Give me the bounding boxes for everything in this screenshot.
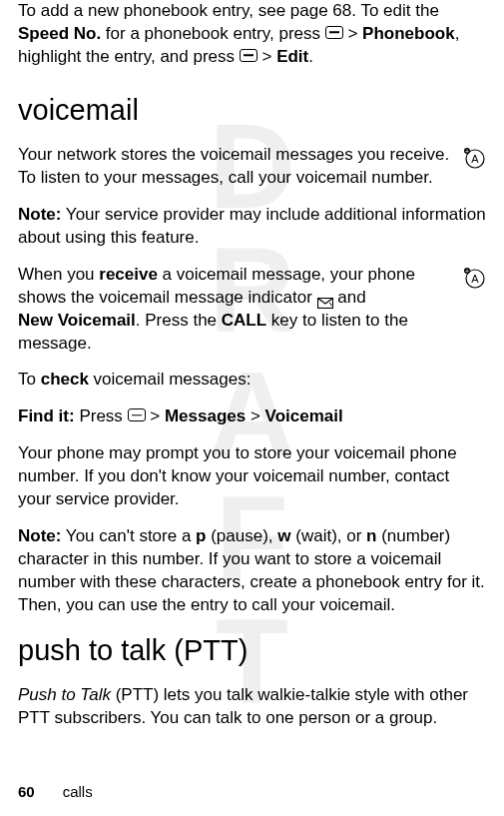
- note2c: (wait), or: [291, 526, 367, 545]
- findit-label: Find it:: [18, 407, 75, 425]
- p3b: voicemail messages:: [89, 370, 252, 389]
- voicemail-label: Voicemail: [265, 407, 343, 425]
- p2c: and: [333, 288, 366, 307]
- svg-text:A: A: [471, 273, 479, 285]
- note-label: Note:: [18, 205, 61, 224]
- messages-label: Messages: [165, 407, 246, 425]
- intro-text2: for a phonebook entry, press: [101, 24, 325, 43]
- voicemail-heading: voicemail: [18, 91, 486, 130]
- ptt-heading: push to talk (PTT): [18, 631, 486, 670]
- p2d: . Press the: [136, 311, 222, 330]
- page-number: 60: [18, 783, 35, 800]
- p-char: p: [196, 526, 206, 545]
- menu-key-icon: [128, 408, 146, 421]
- svg-text:+: +: [465, 148, 469, 155]
- section-label: calls: [63, 783, 93, 800]
- note2a: You can't store a: [61, 526, 196, 545]
- findit-text: Press: [75, 407, 128, 425]
- network-icon: A +: [462, 266, 486, 290]
- findit-paragraph: Find it: Press > Messages > Voicemail: [18, 406, 486, 428]
- p3a: To: [18, 370, 41, 389]
- intro-text1: To add a new phonebook entry, see page 6…: [18, 1, 439, 20]
- ptt-italic: Push to Talk: [18, 685, 111, 704]
- findit-gt1: >: [146, 407, 165, 425]
- call-label: CALL: [222, 311, 266, 330]
- mail-icon: [317, 293, 333, 304]
- w-char: w: [277, 526, 290, 545]
- menu-key-icon: [325, 26, 343, 39]
- ptt-paragraph: Push to Talk (PTT) lets you talk walkie-…: [18, 684, 486, 730]
- new-voicemail-label: New Voicemail: [18, 311, 136, 330]
- speedno-label: Speed No.: [18, 24, 101, 43]
- gt1: >: [343, 24, 362, 43]
- intro-paragraph: To add a new phonebook entry, see page 6…: [18, 0, 486, 69]
- n-char: n: [366, 526, 376, 545]
- voicemail-note2: Note: You can't store a p (pause), w (wa…: [18, 525, 486, 617]
- svg-text:+: +: [465, 268, 469, 275]
- gt2: >: [257, 47, 276, 66]
- findit-gt2: >: [246, 407, 264, 425]
- p2a: When you: [18, 265, 99, 284]
- voicemail-p1: Your network stores the voicemail messag…: [18, 145, 449, 187]
- edit-label: Edit: [276, 47, 308, 66]
- check-bold: check: [41, 370, 89, 389]
- note1-text: Your service provider may include additi…: [18, 205, 486, 247]
- network-icon: A +: [462, 146, 486, 170]
- footer: 60calls: [18, 782, 93, 802]
- voicemail-p4: Your phone may prompt you to store your …: [18, 442, 486, 511]
- phonebook-label: Phonebook: [362, 24, 455, 43]
- voicemail-note1: Note: Your service provider may include …: [18, 204, 486, 250]
- check-paragraph: To check voicemail messages:: [18, 369, 486, 392]
- receive-bold: receive: [99, 265, 158, 284]
- svg-text:A: A: [471, 153, 479, 165]
- note2b: (pause),: [206, 526, 277, 545]
- menu-key-icon: [240, 49, 257, 62]
- note2-label: Note:: [18, 526, 61, 545]
- period: .: [308, 47, 313, 66]
